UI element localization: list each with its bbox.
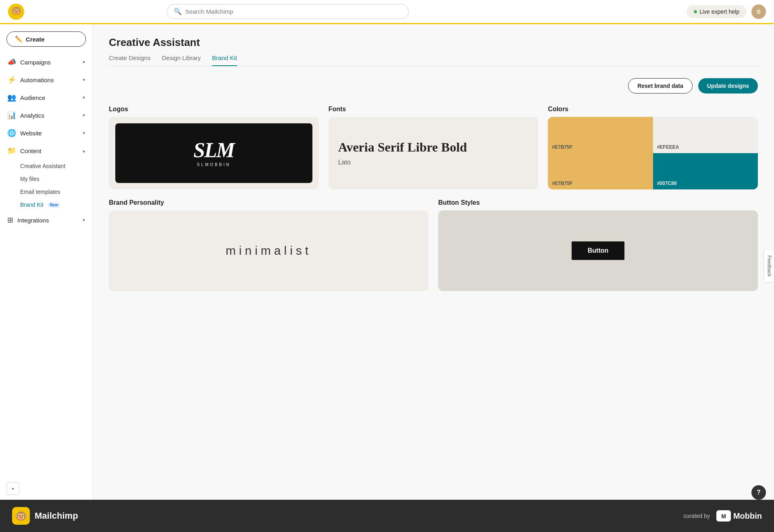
content-label: Content (20, 148, 42, 154)
website-icon: 🌐 (7, 129, 16, 137)
action-row: Reset brand data Update designs (109, 78, 758, 94)
chevron-down-icon: ▾ (83, 217, 85, 223)
mobbin-name: Mobbin (733, 511, 762, 521)
fonts-title: Fonts (329, 106, 539, 113)
sidebar-item-website[interactable]: 🌐 Website ▾ (0, 124, 92, 142)
my-files-label: My files (20, 176, 39, 182)
sidebar-item-brand-kit[interactable]: Brand Kit New (0, 198, 92, 211)
help-button[interactable]: ? (751, 485, 766, 500)
primary-font-name: Averia Serif Libre Bold (338, 140, 529, 154)
live-expert-label: Live expert help (699, 8, 739, 15)
sidebar-item-audience[interactable]: 👥 Audience ▾ (0, 89, 92, 106)
pencil-icon: ✏️ (15, 35, 23, 43)
creative-assistant-label: Creative Assistant (20, 163, 65, 169)
fonts-section: Fonts Averia Serif Libre Bold Lato (329, 106, 539, 189)
font-card: Averia Serif Libre Bold Lato (329, 117, 539, 189)
color-swatch-2: #EFEEEA (653, 117, 758, 153)
website-label: Website (20, 130, 42, 137)
sidebar-item-content[interactable]: 📁 Content ▴ (0, 142, 92, 160)
live-expert-button[interactable]: Live expert help (687, 5, 747, 18)
sidebar-item-email-templates[interactable]: Email templates (0, 185, 92, 198)
logos-title: Logos (109, 106, 319, 113)
sidebar-item-analytics[interactable]: 📊 Analytics ▾ (0, 106, 92, 124)
campaigns-label: Campaigns (20, 59, 51, 66)
colors-section: Colors #E7B75F #EFEEEA #E7B75F #007C89 (548, 106, 758, 189)
audience-icon: 👥 (7, 93, 16, 102)
footer-app-name: Mailchimp (35, 511, 78, 521)
topbar: 🐵 🔍 Live expert help S (0, 0, 774, 24)
integrations-icon: ⊞ (7, 216, 13, 224)
footer: 🐵 Mailchimp curated by M Mobbin (0, 500, 774, 532)
campaigns-icon: 📣 (7, 58, 16, 66)
chevron-down-icon: ▾ (83, 130, 85, 136)
secondary-font-name: Lato (338, 159, 529, 166)
sidebar-item-my-files[interactable]: My files (0, 172, 92, 185)
create-button[interactable]: ✏️ Create (6, 31, 86, 47)
tab-brand-kit[interactable]: Brand Kit (212, 54, 237, 66)
sidebar: ✏️ Create 📣 Campaigns ▾ ⚡ Automations ▾ … (0, 24, 93, 500)
feedback-tab[interactable]: Feedback (764, 249, 774, 283)
tab-bar: Create Designs Design Library Brand Kit (109, 54, 758, 66)
reset-brand-data-button[interactable]: Reset brand data (628, 78, 693, 94)
tab-design-library[interactable]: Design Library (162, 54, 201, 66)
search-input[interactable] (185, 8, 402, 15)
content-area: Creative Assistant Create Designs Design… (93, 24, 774, 500)
logo-inner: SLM SLMOBBIN (115, 123, 312, 183)
sidebar-item-automations[interactable]: ⚡ Automations ▾ (0, 71, 92, 89)
footer-right: curated by M Mobbin (684, 510, 762, 522)
sample-button[interactable]: Button (572, 241, 625, 260)
sidebar-bottom: ▪ (0, 477, 92, 500)
search-bar[interactable]: 🔍 (167, 4, 409, 19)
brand-kit-top-grid: Logos SLM SLMOBBIN Fonts Averia Serif Li… (109, 106, 758, 189)
color-label-1: #E7B75F (552, 144, 572, 150)
button-styles-section: Button Styles Button (438, 199, 758, 291)
button-styles-title: Button Styles (438, 199, 758, 206)
logo-company-name: SLMOBBIN (197, 162, 231, 167)
svg-text:M: M (721, 513, 726, 520)
sidebar-item-creative-assistant[interactable]: Creative Assistant (0, 160, 92, 172)
color-label-4: #007C89 (657, 181, 677, 186)
chevron-down-icon: ▾ (83, 112, 85, 118)
color-label-2: #EFEEEA (657, 144, 679, 150)
personality-card: minimalist (109, 210, 429, 291)
collapse-sidebar-button[interactable]: ▪ (6, 482, 19, 495)
color-swatch-3: #E7B75F (548, 153, 653, 189)
analytics-icon: 📊 (7, 111, 16, 120)
avatar[interactable]: S (751, 4, 766, 19)
content-icon: 📁 (7, 146, 16, 155)
footer-logo: 🐵 (12, 507, 30, 525)
colors-title: Colors (548, 106, 758, 113)
automations-icon: ⚡ (7, 75, 16, 84)
brand-personality-title: Brand Personality (109, 199, 429, 206)
sidebar-item-campaigns[interactable]: 📣 Campaigns ▾ (0, 53, 92, 71)
email-templates-label: Email templates (20, 189, 60, 195)
brand-kit-badge: New (48, 202, 61, 208)
analytics-label: Analytics (20, 112, 44, 119)
topbar-right: Live expert help S (687, 4, 766, 19)
button-styles-card: Button (438, 210, 758, 291)
update-designs-button[interactable]: Update designs (698, 78, 758, 94)
mobbin-logo: M Mobbin (716, 510, 762, 522)
chevron-down-icon: ▾ (83, 77, 85, 83)
mailchimp-logo[interactable]: 🐵 (8, 4, 24, 20)
sidebar-item-integrations[interactable]: ⊞ Integrations ▾ (0, 211, 92, 229)
svg-text:🐵: 🐵 (11, 5, 22, 16)
logos-section: Logos SLM SLMOBBIN (109, 106, 319, 189)
audience-label: Audience (20, 94, 46, 101)
color-swatch-4: #007C89 (653, 153, 758, 189)
main-layout: ✏️ Create 📣 Campaigns ▾ ⚡ Automations ▾ … (0, 24, 774, 500)
brand-kit-label: Brand Kit (20, 202, 44, 208)
search-icon: 🔍 (174, 8, 182, 15)
color-label-3: #E7B75F (552, 181, 572, 186)
logo-card: SLM SLMOBBIN (109, 117, 319, 189)
brand-personality-section: Brand Personality minimalist (109, 199, 429, 291)
tab-create-designs[interactable]: Create Designs (109, 54, 150, 66)
chevron-down-icon: ▾ (83, 95, 85, 100)
personality-text: minimalist (226, 244, 312, 258)
chevron-down-icon: ▾ (83, 59, 85, 65)
curated-by-label: curated by (684, 513, 710, 519)
chevron-up-icon: ▴ (83, 148, 85, 154)
automations-label: Automations (20, 77, 54, 83)
color-swatch-1: #E7B75F (548, 117, 653, 153)
logo-letters: SLM (194, 140, 234, 161)
